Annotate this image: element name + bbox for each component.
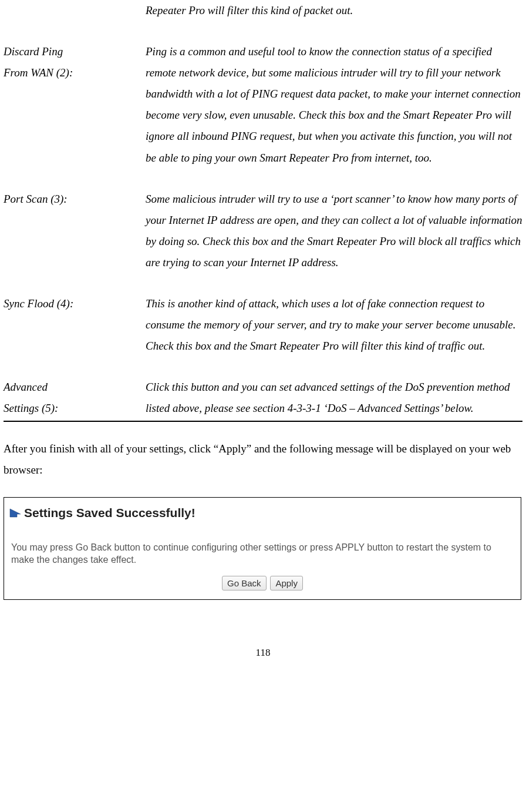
definition-row: Sync Flood (4): This is another kind of … xyxy=(4,293,522,357)
after-text: After you finish with all of your settin… xyxy=(4,438,522,481)
dialog-body-text: You may press Go Back button to continue… xyxy=(4,531,521,569)
def-label-line1: Discard Ping xyxy=(4,45,63,58)
dialog-buttons: Go Back Apply xyxy=(4,569,521,599)
svg-marker-0 xyxy=(10,509,21,517)
dialog-header: Settings Saved Successfully! xyxy=(4,498,521,531)
apply-button[interactable]: Apply xyxy=(270,576,303,590)
definition-desc: Some malicious intruder will try to use … xyxy=(146,189,522,273)
definitions-section: Discard Ping From WAN (2): Ping is a com… xyxy=(4,41,522,421)
dialog-title: Settings Saved Successfully! xyxy=(24,501,195,525)
arrow-icon xyxy=(9,508,21,518)
def-label-line2: Settings (5): xyxy=(4,402,58,414)
definition-row: Discard Ping From WAN (2): Ping is a com… xyxy=(4,41,522,169)
definition-desc: Click this button and you can set advanc… xyxy=(146,377,522,419)
definition-label: Port Scan (3): xyxy=(4,189,146,273)
orphan-text: Repeater Pro will filter this kind of pa… xyxy=(4,0,522,21)
definition-row: Advanced Settings (5): Click this button… xyxy=(4,377,522,419)
def-label-line1: Advanced xyxy=(4,381,48,393)
definition-label: Sync Flood (4): xyxy=(4,293,146,357)
definition-label: Discard Ping From WAN (2): xyxy=(4,41,146,169)
def-label-line2: From WAN (2): xyxy=(4,66,73,79)
definition-desc: This is another kind of attack, which us… xyxy=(146,293,522,357)
definition-desc: Ping is a common and useful tool to know… xyxy=(146,41,522,169)
page-number: 118 xyxy=(4,623,522,662)
definition-label: Advanced Settings (5): xyxy=(4,377,146,419)
go-back-button[interactable]: Go Back xyxy=(222,576,267,590)
definition-row: Port Scan (3): Some malicious intruder w… xyxy=(4,189,522,273)
settings-saved-dialog: Settings Saved Successfully! You may pre… xyxy=(4,497,521,600)
